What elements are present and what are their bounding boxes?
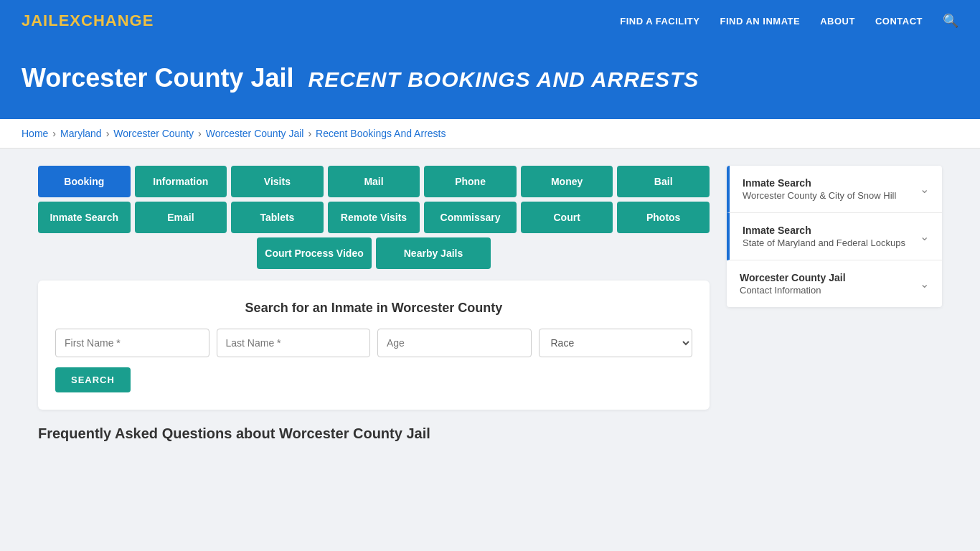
nav-about[interactable]: ABOUT bbox=[820, 16, 855, 27]
sidebar-item-2[interactable]: Inmate Search State of Maryland and Fede… bbox=[727, 213, 942, 260]
logo-part1: JAIL bbox=[22, 11, 59, 29]
nav-btn-court-process-video[interactable]: Court Process Video bbox=[257, 237, 372, 269]
breadcrumb-jail[interactable]: Worcester County Jail bbox=[206, 128, 304, 139]
breadcrumb-worcester-county[interactable]: Worcester County bbox=[113, 128, 194, 139]
breadcrumb-sep-3: › bbox=[198, 128, 202, 139]
site-logo[interactable]: JAILEXCHANGE bbox=[22, 11, 154, 30]
main-content: Booking Information Visits Mail Phone Mo… bbox=[17, 149, 963, 462]
breadcrumb-bar: Home › Maryland › Worcester County › Wor… bbox=[0, 119, 980, 149]
search-title: Search for an Inmate in Worcester County bbox=[55, 301, 692, 316]
sidebar-item-3[interactable]: Worcester County Jail Contact Informatio… bbox=[727, 260, 942, 307]
navbar: JAILEXCHANGE FIND A FACILITY FIND AN INM… bbox=[0, 0, 980, 42]
breadcrumb-home[interactable]: Home bbox=[22, 128, 48, 139]
nav-btn-tablets[interactable]: Tablets bbox=[231, 202, 324, 233]
chevron-down-icon: ⌄ bbox=[920, 182, 929, 196]
first-name-input[interactable] bbox=[55, 329, 209, 357]
left-column: Booking Information Visits Mail Phone Mo… bbox=[38, 166, 710, 445]
nav-find-inmate[interactable]: FIND AN INMATE bbox=[720, 16, 800, 27]
sidebar-card: Inmate Search Worcester County & City of… bbox=[727, 166, 942, 307]
nav-contact[interactable]: CONTACT bbox=[875, 16, 923, 27]
nav-btn-visits[interactable]: Visits bbox=[231, 166, 324, 197]
sidebar-item-2-text: Inmate Search State of Maryland and Fede… bbox=[743, 225, 905, 248]
search-card: Search for an Inmate in Worcester County… bbox=[38, 281, 710, 410]
sidebar-item-3-sub: Contact Information bbox=[740, 285, 846, 296]
breadcrumb-current: Recent Bookings And Arrests bbox=[316, 128, 446, 139]
hero-title-sub: Recent Bookings And Arrests bbox=[308, 67, 699, 91]
search-inputs: Race White Black Hispanic Asian Other bbox=[55, 329, 692, 357]
nav-btn-commissary[interactable]: Commissary bbox=[424, 202, 517, 233]
last-name-input[interactable] bbox=[217, 329, 371, 357]
logo-part2: EXCHANGE bbox=[59, 11, 154, 29]
nav-btn-mail[interactable]: Mail bbox=[328, 166, 420, 197]
breadcrumb-sep-2: › bbox=[106, 128, 110, 139]
sidebar-item-2-title: Inmate Search bbox=[743, 225, 905, 236]
section-heading: Frequently Asked Questions about Worcest… bbox=[38, 425, 710, 445]
hero-title-main: Worcester County Jail bbox=[22, 63, 293, 93]
sidebar-item-1-text: Inmate Search Worcester County & City of… bbox=[743, 177, 896, 201]
sidebar-item-3-title: Worcester County Jail bbox=[740, 272, 846, 283]
nav-btn-bail[interactable]: Bail bbox=[617, 166, 710, 197]
nav-btn-inmate-search[interactable]: Inmate Search bbox=[38, 202, 131, 233]
chevron-down-icon-2: ⌄ bbox=[920, 230, 929, 243]
sidebar-item-1-title: Inmate Search bbox=[743, 177, 896, 189]
nav-btn-email[interactable]: Email bbox=[135, 202, 227, 233]
age-input[interactable] bbox=[377, 329, 532, 357]
nav-find-facility[interactable]: FIND A FACILITY bbox=[620, 16, 699, 27]
nav-btn-money[interactable]: Money bbox=[521, 166, 613, 197]
search-button[interactable]: SEARCH bbox=[55, 367, 131, 392]
hero-section: Worcester County Jail Recent Bookings An… bbox=[0, 42, 980, 119]
page-title: Worcester County Jail Recent Bookings An… bbox=[22, 63, 958, 93]
breadcrumb: Home › Maryland › Worcester County › Wor… bbox=[22, 128, 958, 139]
breadcrumb-sep-4: › bbox=[308, 128, 311, 139]
sidebar-item-2-sub: State of Maryland and Federal Lockups bbox=[743, 237, 905, 248]
nav-button-row2: Inmate Search Email Tablets Remote Visit… bbox=[38, 202, 710, 233]
nav-button-row3: Court Process Video Nearby Jails bbox=[38, 237, 710, 269]
nav-btn-photos[interactable]: Photos bbox=[617, 202, 710, 233]
nav-btn-remote-visits[interactable]: Remote Visits bbox=[328, 202, 420, 233]
nav-button-row1: Booking Information Visits Mail Phone Mo… bbox=[38, 166, 710, 197]
nav-btn-booking[interactable]: Booking bbox=[38, 166, 131, 197]
breadcrumb-sep-1: › bbox=[52, 128, 56, 139]
race-select[interactable]: Race White Black Hispanic Asian Other bbox=[539, 329, 693, 357]
sidebar-item-3-text: Worcester County Jail Contact Informatio… bbox=[740, 272, 846, 296]
nav-btn-information[interactable]: Information bbox=[135, 166, 227, 197]
breadcrumb-maryland[interactable]: Maryland bbox=[60, 128, 102, 139]
chevron-down-icon-3: ⌄ bbox=[920, 277, 929, 291]
nav-btn-court[interactable]: Court bbox=[521, 202, 613, 233]
sidebar-item-1-sub: Worcester County & City of Snow Hill bbox=[743, 190, 896, 201]
navbar-links: FIND A FACILITY FIND AN INMATE ABOUT CON… bbox=[620, 13, 958, 29]
nav-btn-phone[interactable]: Phone bbox=[424, 166, 517, 197]
nav-btn-nearby-jails[interactable]: Nearby Jails bbox=[376, 237, 491, 269]
sidebar-item-1[interactable]: Inmate Search Worcester County & City of… bbox=[727, 166, 942, 213]
search-icon[interactable]: 🔍 bbox=[943, 13, 958, 29]
right-sidebar: Inmate Search Worcester County & City of… bbox=[727, 166, 942, 307]
